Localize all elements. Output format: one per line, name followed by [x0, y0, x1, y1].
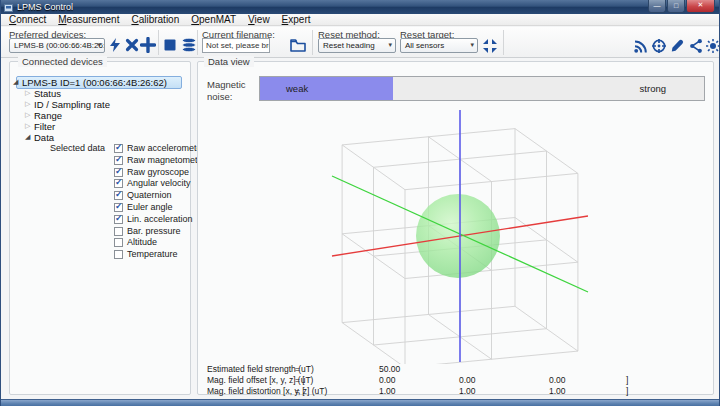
checkbox-box[interactable]	[114, 144, 123, 153]
connected-devices-panel: Connected devices ◢ LPMS-B ID=1 (00:06:6…	[9, 61, 191, 395]
noise-strong-label: strong	[640, 83, 666, 94]
magnetometer-3d-view[interactable]	[198, 106, 715, 364]
stop-square-icon[interactable]	[162, 37, 178, 53]
toolbar-separator	[158, 30, 159, 55]
toolbar: Preferred devices: LPMS-B (00:06:66:4B:2…	[1, 27, 719, 58]
connect-lightning-icon[interactable]	[107, 37, 123, 53]
expand-arrow-icon[interactable]: ◢	[13, 78, 18, 86]
noise-weak-label: weak	[286, 83, 308, 94]
toolbar-separator	[312, 30, 313, 55]
menu-calibration[interactable]: Calibration	[125, 14, 185, 25]
data-view-title: Data view	[204, 56, 254, 67]
share-graph-icon[interactable]	[688, 38, 704, 54]
collapse-arrow-icon[interactable]: ▷	[25, 122, 30, 130]
reset-method-select[interactable]: Reset heading ▾	[318, 38, 396, 53]
close-button[interactable]: ✕	[686, 0, 715, 13]
add-device-plus-icon[interactable]	[140, 37, 156, 53]
checkbox-box[interactable]	[114, 238, 123, 247]
checkbox-box[interactable]	[114, 168, 123, 177]
expand-arrow-icon[interactable]: ◢	[25, 133, 30, 141]
layers-stream-icon[interactable]	[181, 37, 197, 53]
fit-view-arrows-icon[interactable]	[482, 38, 498, 54]
checkbox-box[interactable]	[114, 250, 123, 259]
reset-target-value: All sensors	[405, 41, 444, 50]
data-view-panel: Data view Magnetic noise: weak strong Es…	[197, 61, 714, 395]
chevron-down-icon: ▾	[97, 41, 101, 49]
window-title: LPMS Control	[17, 0, 73, 14]
reset-target-select[interactable]: All sensors ▾	[400, 38, 478, 53]
collapse-arrow-icon[interactable]: ▷	[25, 111, 30, 119]
lpms-control-window: LPMS Control — □ ✕ Connect Measurement C…	[0, 0, 720, 406]
readout-field-distortion: Mag. field distortion [x, y, z] (uT) = […	[198, 386, 713, 397]
toolbar-separator	[197, 30, 198, 55]
checkbox-box[interactable]	[114, 203, 123, 212]
browse-folder-icon[interactable]	[289, 36, 307, 54]
edit-pencil-icon[interactable]	[669, 38, 685, 54]
selected-data-label: Selected data	[50, 143, 105, 153]
preferred-devices-select[interactable]: LPMS-B (00:06:66:4B:26:62) ▾	[9, 38, 105, 53]
toolbar-separator	[503, 30, 504, 55]
current-filename-value: Not set, please browse..	[206, 41, 269, 50]
current-filename-field[interactable]: Not set, please browse..	[202, 38, 270, 53]
magnetic-noise-gauge: weak strong	[259, 76, 705, 101]
menu-connect[interactable]: Connect	[3, 14, 52, 25]
reset-method-value: Reset heading	[323, 41, 375, 50]
checkbox-box[interactable]	[114, 156, 123, 165]
chevron-down-icon: ▾	[470, 41, 474, 49]
minimize-button[interactable]: —	[648, 0, 666, 13]
menu-expert[interactable]: Expert	[276, 14, 317, 25]
app-icon	[4, 3, 13, 12]
preferred-devices-value: LPMS-B (00:06:66:4B:26:62)	[14, 41, 104, 50]
menubar: Connect Measurement Calibration OpenMAT …	[1, 14, 719, 26]
titlebar: LPMS Control — □ ✕	[1, 0, 719, 14]
chevron-down-icon: ▾	[388, 41, 392, 49]
sun-settings-icon[interactable]	[705, 38, 720, 54]
readout-field-offset: Mag. field offset [x, y, z] (uT) = [ 0.0…	[198, 375, 713, 386]
connected-devices-title: Connected devices	[18, 56, 107, 67]
disconnect-x-icon[interactable]	[124, 37, 140, 53]
collapse-arrow-icon[interactable]: ▷	[25, 100, 30, 108]
magnetic-noise-label: Magnetic noise:	[207, 79, 259, 103]
menu-view[interactable]: View	[242, 14, 276, 25]
checkbox-box[interactable]	[114, 215, 123, 224]
maximize-button[interactable]: □	[667, 0, 685, 13]
menu-openmat[interactable]: OpenMAT	[185, 14, 242, 25]
readout-field-strength: Estimated field strength (uT) = 50.00	[198, 364, 713, 375]
wireless-signal-icon[interactable]	[633, 38, 649, 54]
checkbox-box[interactable]	[114, 191, 123, 200]
collapse-arrow-icon[interactable]: ▷	[25, 89, 30, 97]
menu-measurement[interactable]: Measurement	[52, 14, 125, 25]
window-bottom-border	[1, 399, 719, 406]
target-calibration-icon[interactable]	[651, 38, 667, 54]
window-controls: — □ ✕	[647, 0, 715, 13]
noise-fill	[260, 77, 393, 100]
checkbox-box[interactable]	[114, 179, 123, 188]
checkbox-box[interactable]	[114, 227, 123, 236]
